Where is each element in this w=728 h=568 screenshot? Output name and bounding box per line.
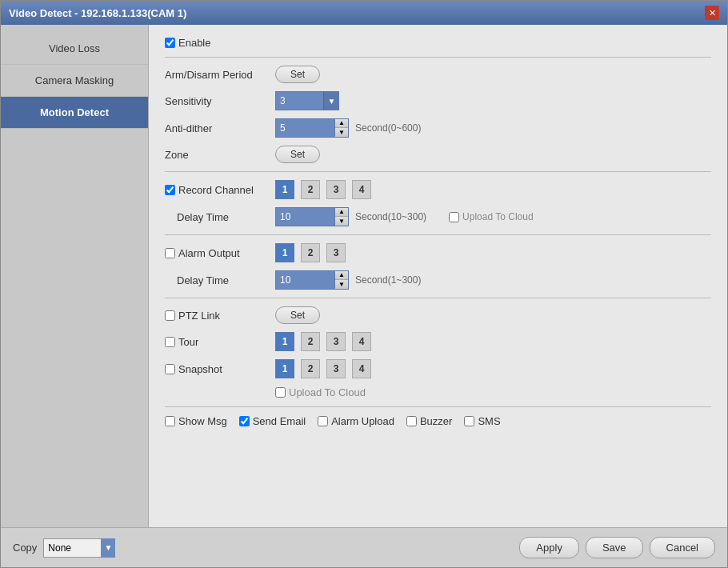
show-msg-checkbox-label[interactable]: Show Msg	[165, 415, 227, 427]
delay-time-2-hint: Second(1~300)	[355, 274, 421, 286]
zone-row: Zone Set	[165, 146, 711, 163]
tour-btn-4[interactable]: 4	[352, 332, 371, 351]
anti-dither-hint: Second(0~600)	[355, 122, 421, 134]
upload-cloud-1-checkbox[interactable]	[449, 212, 459, 222]
delay-time-1-hint: Second(10~300)	[355, 211, 426, 222]
sidebar-item-motion-detect[interactable]: Motion Detect	[1, 97, 148, 129]
delay-time-2-row: Delay Time ▲ ▼ Second(1~300)	[165, 270, 711, 290]
action-buttons: Apply Save Cancel	[519, 537, 715, 558]
content-area: Video Loss Camera Masking Motion Detect …	[1, 25, 727, 527]
arm-period-set-button[interactable]: Set	[275, 66, 320, 83]
enable-checkbox[interactable]	[165, 38, 175, 48]
tour-btn-2[interactable]: 2	[301, 332, 320, 351]
copy-label: Copy	[13, 542, 37, 554]
sensitivity-row: Sensitivity 3 1 2 4 5 6 ▼	[165, 91, 711, 110]
delay-time-2-label: Delay Time	[165, 274, 269, 286]
enable-row: Enable	[165, 37, 711, 49]
delay-time-2-down-button[interactable]: ▼	[335, 280, 348, 289]
arm-period-label: Arm/Disarm Period	[165, 69, 269, 81]
delay-time-1-down-button[interactable]: ▼	[335, 217, 348, 226]
upload-cloud-2-checkbox[interactable]	[275, 387, 286, 398]
enable-checkbox-label[interactable]: Enable	[165, 37, 210, 49]
tour-btn-3[interactable]: 3	[326, 332, 346, 351]
upload-cloud-2-checkbox-label[interactable]: Upload To Cloud	[275, 386, 366, 398]
buzzer-checkbox-label[interactable]: Buzzer	[406, 415, 452, 427]
sidebar-item-video-loss[interactable]: Video Loss	[1, 33, 148, 65]
upload-cloud-2-row: Upload To Cloud	[165, 386, 711, 398]
title-bar: Video Detect - 192.168.1.133(CAM 1) ✕	[1, 1, 727, 25]
window-title: Video Detect - 192.168.1.133(CAM 1)	[9, 7, 186, 19]
anti-dither-label: Anti-dither	[165, 122, 269, 134]
record-channel-btn-4[interactable]: 4	[352, 180, 371, 199]
anti-dither-spinner-buttons: ▲ ▼	[335, 118, 349, 138]
tour-row: Tour 1 2 3 4	[165, 332, 711, 351]
snapshot-btn-4[interactable]: 4	[352, 359, 371, 378]
delay-time-2-input[interactable]	[275, 270, 335, 290]
delay-time-1-row: Delay Time ▲ ▼ Second(10~300) Upload To …	[165, 207, 711, 226]
zone-set-button[interactable]: Set	[275, 146, 320, 163]
snapshot-checkbox-label[interactable]: Snapshot	[165, 363, 269, 375]
ptz-link-checkbox-label[interactable]: PTZ Link	[165, 310, 269, 322]
sensitivity-dropdown-wrapper: 3 1 2 4 5 6 ▼	[275, 91, 339, 110]
sensitivity-select[interactable]: 3 1 2 4 5 6	[275, 91, 339, 110]
ptz-link-checkbox[interactable]	[165, 310, 175, 321]
bottom-bar: Copy None All CAM 2 CAM 3 CAM 4 ▼ Apply …	[1, 527, 727, 567]
anti-dither-up-button[interactable]: ▲	[335, 119, 348, 128]
apply-button[interactable]: Apply	[519, 537, 579, 558]
copy-select[interactable]: None All CAM 2 CAM 3 CAM 4	[43, 538, 115, 558]
delay-time-1-spinner-buttons: ▲ ▼	[335, 207, 349, 226]
alarm-output-btn-1[interactable]: 1	[275, 243, 294, 262]
sms-checkbox-label[interactable]: SMS	[464, 415, 500, 427]
record-channel-btn-1[interactable]: 1	[275, 180, 294, 199]
delay-time-1-spinner: ▲ ▼	[275, 207, 349, 226]
anti-dither-input[interactable]	[275, 118, 335, 138]
show-msg-checkbox[interactable]	[165, 416, 175, 426]
ptz-link-set-button[interactable]: Set	[275, 306, 320, 324]
anti-dither-spinner: ▲ ▼	[275, 118, 349, 138]
ptz-link-row: PTZ Link Set	[165, 306, 711, 324]
delay-time-2-spinner-buttons: ▲ ▼	[335, 270, 349, 290]
anti-dither-row: Anti-dither ▲ ▼ Second(0~600)	[165, 118, 711, 138]
sidebar-item-camera-masking[interactable]: Camera Masking	[1, 65, 148, 97]
delay-time-1-up-button[interactable]: ▲	[335, 208, 348, 217]
tour-checkbox[interactable]	[165, 337, 175, 347]
alarm-upload-checkbox[interactable]	[318, 416, 328, 426]
delay-time-1-input[interactable]	[275, 207, 335, 226]
record-channel-btn-2[interactable]: 2	[301, 180, 320, 199]
snapshot-btn-2[interactable]: 2	[301, 359, 320, 378]
alarm-output-checkbox[interactable]	[165, 248, 175, 258]
send-email-checkbox[interactable]	[239, 416, 250, 426]
delay-time-2-up-button[interactable]: ▲	[335, 271, 348, 280]
save-button[interactable]: Save	[586, 537, 643, 558]
copy-select-wrapper: None All CAM 2 CAM 3 CAM 4 ▼	[43, 538, 115, 558]
main-window: Video Detect - 192.168.1.133(CAM 1) ✕ Vi…	[0, 0, 728, 568]
tour-checkbox-label[interactable]: Tour	[165, 336, 269, 348]
record-channel-checkbox-label[interactable]: Record Channel	[165, 184, 269, 196]
record-channel-checkbox[interactable]	[165, 185, 175, 195]
buzzer-checkbox[interactable]	[406, 416, 417, 426]
main-panel: Enable Arm/Disarm Period Set Sensitivity…	[149, 25, 727, 527]
copy-area: Copy None All CAM 2 CAM 3 CAM 4 ▼	[13, 538, 115, 558]
close-button[interactable]: ✕	[705, 6, 719, 20]
alarm-output-checkbox-label[interactable]: Alarm Output	[165, 247, 269, 259]
alarm-output-btn-2[interactable]: 2	[301, 243, 320, 262]
snapshot-row: Snapshot 1 2 3 4	[165, 359, 711, 378]
snapshot-btn-1[interactable]: 1	[275, 359, 294, 378]
snapshot-btn-3[interactable]: 3	[326, 359, 346, 378]
sensitivity-label: Sensitivity	[165, 95, 269, 107]
alarm-upload-checkbox-label[interactable]: Alarm Upload	[318, 415, 394, 427]
tour-btn-1[interactable]: 1	[275, 332, 294, 351]
anti-dither-down-button[interactable]: ▼	[335, 128, 348, 137]
send-email-checkbox-label[interactable]: Send Email	[239, 415, 306, 427]
upload-cloud-1-label[interactable]: Upload To Cloud	[449, 211, 534, 222]
upload-cloud-1-wrapper: Upload To Cloud	[449, 211, 534, 222]
alarm-output-btn-3[interactable]: 3	[326, 243, 346, 262]
delay-time-2-spinner: ▲ ▼	[275, 270, 349, 290]
zone-label: Zone	[165, 149, 269, 161]
sms-checkbox[interactable]	[464, 416, 474, 426]
cancel-button[interactable]: Cancel	[650, 537, 715, 558]
arm-period-row: Arm/Disarm Period Set	[165, 66, 711, 83]
delay-time-1-label: Delay Time	[165, 211, 269, 223]
snapshot-checkbox[interactable]	[165, 364, 175, 374]
record-channel-btn-3[interactable]: 3	[326, 180, 346, 199]
